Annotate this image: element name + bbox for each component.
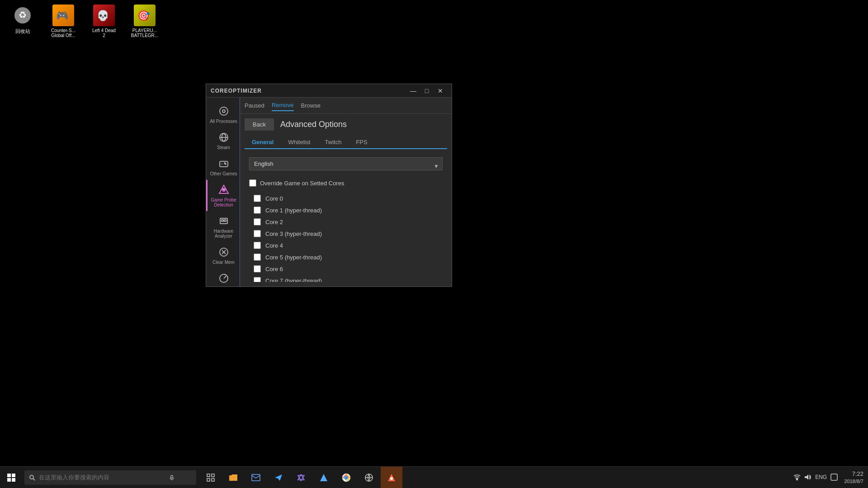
core-4-label: Core 4 xyxy=(265,242,283,249)
tab-general[interactable]: General xyxy=(245,136,281,148)
advanced-title: Advanced Options xyxy=(280,120,347,129)
search-icon xyxy=(29,474,35,481)
core-0-checkbox[interactable] xyxy=(254,195,261,202)
time-display: 7:22 xyxy=(844,470,863,478)
core-3-checkbox[interactable] xyxy=(254,230,261,237)
core-4-checkbox[interactable] xyxy=(254,242,261,249)
taskbar-chrome[interactable] xyxy=(335,467,357,488)
core-item-1: Core 1 (hyper-thread) xyxy=(249,205,443,216)
sidebar-label-fps: FPS benchmark xyxy=(209,286,238,286)
search-input[interactable] xyxy=(39,474,165,481)
core-item-5: Core 5 (hyper-thread) xyxy=(249,252,443,263)
sidebar-item-fps[interactable]: FPS benchmark xyxy=(206,268,240,286)
svg-text:🎯: 🎯 xyxy=(137,9,150,22)
core-1-checkbox[interactable] xyxy=(254,206,261,214)
taskbar-app6[interactable] xyxy=(313,467,335,488)
taskbar-search[interactable] xyxy=(24,470,196,485)
advanced-panel: Back Advanced Options General Whitelist … xyxy=(240,114,452,286)
tab-whitelist[interactable]: Whitelist xyxy=(281,136,317,148)
desktop: ♻ 回收站 🎮 Counter-S...Global Off... 💀 Left… xyxy=(0,0,868,488)
svg-point-13 xyxy=(224,163,225,164)
window-body: All Processes Steam xyxy=(206,98,452,286)
sidebar-item-steam[interactable]: Steam xyxy=(206,127,240,154)
sidebar-item-other-games[interactable]: Other Games xyxy=(206,154,240,180)
core-0-label: Core 0 xyxy=(265,195,283,202)
svg-marker-51 xyxy=(805,474,808,480)
svg-text:🎮: 🎮 xyxy=(56,9,69,22)
sidebar-item-game-probe[interactable]: Game Probe Detection xyxy=(206,180,240,211)
app-window: COREOPTIMIZER — □ ✕ All Process xyxy=(206,84,452,287)
advanced-tabs: General Whitelist Twitch FPS xyxy=(245,136,447,149)
svg-rect-31 xyxy=(12,478,15,482)
tab-paused[interactable]: Paused xyxy=(245,100,264,111)
sys-icons: ENG xyxy=(793,474,838,481)
language-select[interactable]: English Chinese Japanese Korean xyxy=(249,157,443,170)
window-titlebar: COREOPTIMIZER — □ ✕ xyxy=(206,84,452,98)
tab-twitch[interactable]: Twitch xyxy=(318,136,349,148)
svg-rect-34 xyxy=(171,475,173,478)
sidebar-label-steam: Steam xyxy=(217,145,230,150)
taskbar-mail[interactable] xyxy=(245,467,267,488)
start-button[interactable] xyxy=(0,467,23,488)
fps-icon xyxy=(217,272,230,285)
taskbar-app-icons xyxy=(200,467,402,488)
override-checkbox[interactable] xyxy=(249,179,256,187)
taskbar-visual-studio[interactable] xyxy=(290,467,312,488)
override-label: Override Game on Setted Cores xyxy=(260,180,344,187)
svg-point-50 xyxy=(797,479,798,480)
maximize-button[interactable]: □ xyxy=(420,84,434,98)
sidebar-label-other-games: Other Games xyxy=(210,171,237,176)
desktop-icon-pubg[interactable]: 🎯 PLAYERU...BATTLEGR... xyxy=(127,5,163,38)
steam-icon xyxy=(217,131,230,144)
tab-remove[interactable]: Remove xyxy=(272,100,293,111)
window-controls: — □ ✕ xyxy=(406,84,447,98)
desktop-icon-l4d2[interactable]: 💀 Left 4 Dead2 xyxy=(86,5,122,38)
tab-browse[interactable]: Browse xyxy=(301,100,321,111)
desktop-icon-csgo[interactable]: 🎮 Counter-S...Global Off... xyxy=(45,5,81,38)
sidebar-item-all-processes[interactable]: All Processes xyxy=(206,101,240,127)
date-display: 2018/8/7 xyxy=(844,478,863,485)
sidebar-label-game-probe: Game Probe Detection xyxy=(209,197,238,207)
core-6-checkbox[interactable] xyxy=(254,265,261,272)
core-7-checkbox[interactable] xyxy=(254,277,261,282)
svg-rect-30 xyxy=(7,478,11,482)
svg-line-23 xyxy=(224,276,226,278)
scroll-inner: English Chinese Japanese Korean ▼ xyxy=(245,154,447,282)
other-games-icon xyxy=(217,157,230,170)
desktop-icons: ♻ 回收站 🎮 Counter-S...Global Off... 💀 Left… xyxy=(5,5,163,38)
core-item-6: Core 6 xyxy=(249,263,443,274)
svg-point-6 xyxy=(222,110,225,113)
core-item-2: Core 2 xyxy=(249,216,443,227)
svg-rect-52 xyxy=(831,474,837,480)
taskbar: ENG 7:22 2018/8/7 xyxy=(0,466,868,488)
svg-rect-18 xyxy=(224,220,226,221)
minimize-button[interactable]: — xyxy=(406,84,420,98)
taskbar-app8[interactable] xyxy=(358,467,380,488)
core-3-label: Core 3 (hyper-thread) xyxy=(265,230,322,237)
svg-rect-38 xyxy=(207,479,210,481)
svg-rect-29 xyxy=(12,474,15,477)
svg-rect-37 xyxy=(212,474,214,477)
desktop-icon-recycle[interactable]: ♻ 回收站 xyxy=(5,5,41,38)
taskbar-file-explorer[interactable] xyxy=(222,467,244,488)
sidebar-item-hardware[interactable]: Hardware Analyzer xyxy=(206,211,240,242)
sidebar-label-clear-mem: Clear Mem xyxy=(212,260,235,265)
taskbar-telegram[interactable] xyxy=(268,467,289,488)
sidebar: All Processes Steam xyxy=(206,98,240,286)
svg-rect-28 xyxy=(7,474,11,477)
svg-point-15 xyxy=(222,188,225,191)
close-button[interactable]: ✕ xyxy=(434,84,447,98)
taskbar-coreoptimizer[interactable] xyxy=(381,467,402,488)
hardware-icon xyxy=(217,215,230,227)
core-5-checkbox[interactable] xyxy=(254,253,261,261)
taskbar-task-view[interactable] xyxy=(200,467,222,488)
sidebar-label-all-processes: All Processes xyxy=(210,119,237,124)
core-2-checkbox[interactable] xyxy=(254,218,261,225)
scroll-area[interactable]: English Chinese Japanese Korean ▼ xyxy=(245,154,447,282)
back-button[interactable]: Back xyxy=(245,118,274,131)
core-5-label: Core 5 (hyper-thread) xyxy=(265,254,322,261)
tab-fps[interactable]: FPS xyxy=(349,136,374,148)
sidebar-item-clear-mem[interactable]: Clear Mem xyxy=(206,242,240,268)
core-item-3: Core 3 (hyper-thread) xyxy=(249,228,443,239)
language-indicator: ENG xyxy=(815,474,827,480)
